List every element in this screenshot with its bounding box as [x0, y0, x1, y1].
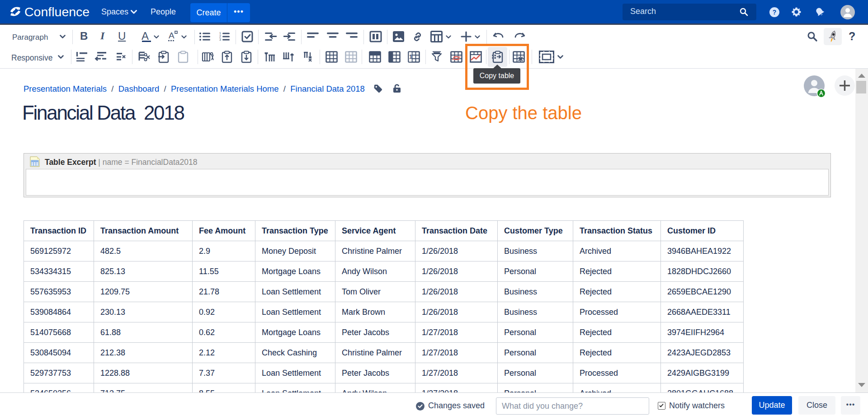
svg-text:3: 3	[219, 38, 221, 41]
svg-text:?: ?	[773, 9, 777, 16]
svg-text:A: A	[169, 31, 175, 40]
svg-text:1: 1	[219, 32, 221, 35]
svg-text:1: 1	[409, 53, 412, 60]
svg-text:2: 2	[219, 35, 221, 38]
